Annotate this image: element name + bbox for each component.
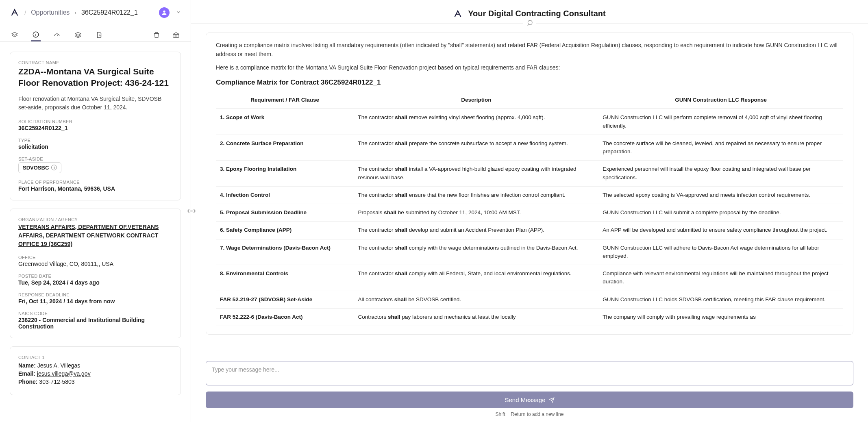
cell-requirement: 7. Wage Determinations (Davis-Bacon Act) [216,239,354,265]
cell-response: The company will comply with prevailing … [598,308,843,326]
left-panel: / Opportunities › 36C25924R0122_1 [0,0,191,422]
office-value: Greenwood Village, CO, 80111,, USA [18,261,172,267]
setaside-chip[interactable]: SDVOSBC i [18,162,61,173]
composer: Send Message Shift + Return to add a new… [191,361,868,422]
cell-requirement: FAR 52.219-27 (SDVOSB) Set-Aside [216,291,354,308]
table-row: 1. Scope of WorkThe contractor shall rem… [216,109,843,135]
panel-header: / Opportunities › 36C25924R0122_1 [0,0,191,25]
table-row: 2. Concrete Surface PreparationThe contr… [216,135,843,161]
th-description: Description [354,92,598,109]
cell-requirement: FAR 52.222-6 (Davis-Bacon Act) [216,308,354,326]
cell-description: Proposals shall be submitted by October … [354,204,598,222]
contact-email-label: Email: [18,370,35,377]
cell-requirement: 1. Scope of Work [216,109,354,135]
setaside-chip-text: SDVOSBC [23,165,49,171]
right-header: Your Digital Contracting Consultant [191,0,868,24]
stack-tab-icon[interactable] [73,28,83,41]
trash-icon[interactable] [152,28,161,41]
contact-phone-label: Phone: [18,378,37,385]
pop-value: Fort Harrison, Montana, 59636, USA [18,185,172,192]
chat-bubble-icon [523,20,536,27]
contract-name: Z2DA--Montana VA Surgical Suite Floor Re… [18,66,172,89]
type-label: TYPE [18,138,172,143]
cell-response: An APP will be developed and submitted t… [598,222,843,239]
cell-requirement: 5. Proposal Submission Deadline [216,204,354,222]
right-panel: Your Digital Contracting Consultant Crea… [191,0,868,422]
solicitation-number: 36C25924R0122_1 [18,125,172,131]
chevron-right-icon: › [74,9,76,16]
cell-requirement: 3. Epoxy Flooring Installation [216,161,354,187]
cell-requirement: 6. Safety Compliance (APP) [216,222,354,239]
cell-response: The concrete surface will be cleaned, le… [598,135,843,161]
breadcrumb-opportunities[interactable]: Opportunities [31,9,70,16]
cell-requirement: 8. Environmental Controls [216,265,354,291]
contact-name-line: Name: Jesus A. Villegas [18,362,172,369]
contact-email-line: Email: jesus.villega@va.gov [18,370,172,377]
send-icon [549,397,555,403]
contact-name-label: Name: [18,362,36,369]
compliance-matrix-table: Requirement / FAR Clause Description GUN… [216,92,843,326]
contact-heading: Contact 1 [18,355,172,360]
info-tab-icon[interactable] [31,28,41,41]
cell-response: Compliance with relevant environmental r… [598,265,843,291]
breadcrumb-sep: / [24,9,26,16]
msg-p2: Here is a compliance matrix for the Mont… [216,63,843,72]
cell-description: The contractor shall ensure that the new… [354,186,598,204]
send-button[interactable]: Send Message [206,392,853,408]
svg-point-0 [163,11,165,13]
cell-description: The contractor shall comply with the wag… [354,239,598,265]
cell-response: GUNN Construction LLC holds SDVOSB certi… [598,291,843,308]
contact-email-link[interactable]: jesus.villega@va.gov [37,370,91,377]
msg-p1: Creating a compliance matrix involves li… [216,41,843,59]
contract-card: Contract Name Z2DA--Montana VA Surgical … [10,52,181,200]
cell-response: GUNN Construction LLC will adhere to Dav… [598,239,843,265]
matrix-title: Compliance Matrix for Contract 36C25924R… [216,77,843,88]
th-response: GUNN Construction LLC Response [598,92,843,109]
table-row: 4. Infection ControlThe contractor shall… [216,186,843,204]
chevron-down-icon[interactable] [176,9,181,16]
details-scroll[interactable]: Contract Name Z2DA--Montana VA Surgical … [0,42,191,422]
cell-description: The contractor shall comply with all Fed… [354,265,598,291]
contact-phone-line: Phone: 303-712-5803 [18,378,172,385]
app-logo-icon [10,8,20,17]
contact-phone: 303-712-5803 [39,378,74,385]
cell-description: The contractor shall install a VA-approv… [354,161,598,187]
naics-value: 236220 - Commercial and Institutional Bu… [18,317,172,330]
org-label: ORGANIZATION / AGENCY [18,217,172,222]
edit-doc-tab-icon[interactable] [94,28,104,41]
chat-body[interactable]: Creating a compliance matrix involves li… [191,24,868,361]
deadline-value: Fri, Oct 11, 2024 / 14 days from now [18,298,172,305]
message-input[interactable] [206,361,853,385]
posted-value: Tue, Sep 24, 2024 / 4 days ago [18,279,172,286]
table-row: 7. Wage Determinations (Davis-Bacon Act)… [216,239,843,265]
contact-card: Contact 1 Name: Jesus A. Villegas Email:… [10,346,181,395]
resize-handle-icon[interactable] [187,208,196,214]
cell-description: The contractor shall develop and submit … [354,222,598,239]
table-row: 5. Proposal Submission DeadlineProposals… [216,204,843,222]
cell-requirement: 2. Concrete Surface Preparation [216,135,354,161]
gauge-tab-icon[interactable] [52,28,62,41]
contract-name-label: Contract Name [18,60,172,65]
layers-tab-icon[interactable] [10,28,20,41]
posted-label: POSTED DATE [18,274,172,278]
solicitation-label: SOLICITATION NUMBER [18,119,172,124]
table-row: FAR 52.222-6 (Davis-Bacon Act)Contractor… [216,308,843,326]
deadline-label: RESPONSE DEADLINE [18,292,172,297]
cell-description: The contractor shall prepare the concret… [354,135,598,161]
composer-hint: Shift + Return to add a new line [206,411,853,417]
th-requirement: Requirement / FAR Clause [216,92,354,109]
right-title: Your Digital Contracting Consultant [468,9,606,18]
user-avatar[interactable] [159,7,170,18]
cell-requirement: 4. Infection Control [216,186,354,204]
cell-response: GUNN Construction LLC will perform compl… [598,109,843,135]
cell-description: The contractor shall remove existing vin… [354,109,598,135]
setaside-label: SET-ASIDE [18,157,172,161]
naics-label: NAICS CODE [18,311,172,316]
org-name-link[interactable]: VETERANS AFFAIRS, DEPARTMENT OF.VETERANS… [18,223,172,248]
cell-response: The selected epoxy coating is VA-approve… [598,186,843,204]
bank-icon[interactable] [171,28,181,41]
app-logo-icon [453,9,462,18]
org-card: ORGANIZATION / AGENCY VETERANS AFFAIRS, … [10,209,181,338]
info-icon[interactable]: i [51,165,57,170]
pop-label: PLACE OF PERFORMANCE [18,180,172,185]
